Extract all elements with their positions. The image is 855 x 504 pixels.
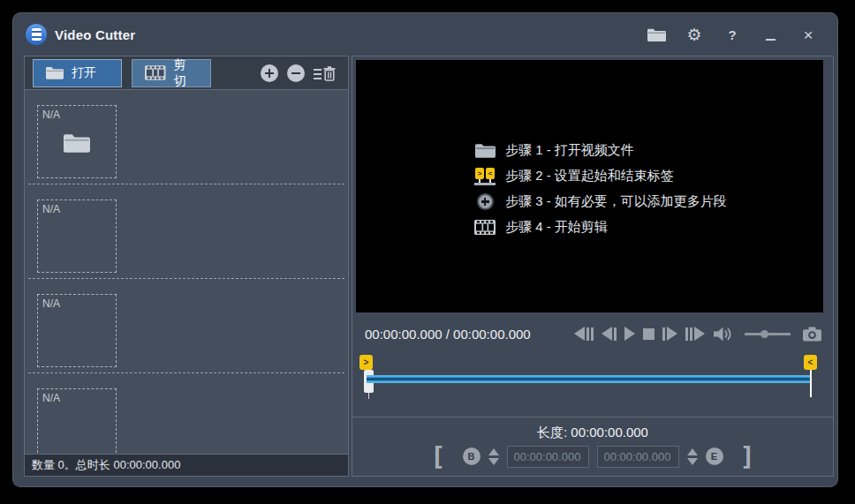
- clip-list-panel: 打开 剪切: [24, 56, 349, 477]
- length-label: 长度: 00:00:00.000: [352, 425, 833, 441]
- list-item[interactable]: N/A: [28, 279, 344, 373]
- segment-thumbnail[interactable]: N/A: [37, 388, 117, 454]
- step-row: > < 步骤 2 - 设置起始和结束标签: [474, 167, 727, 185]
- cut-tab-label: 剪切: [174, 57, 198, 89]
- segment-thumbnail[interactable]: N/A: [37, 105, 117, 178]
- set-begin-button[interactable]: B: [463, 448, 480, 465]
- divider: [352, 417, 833, 417]
- open-tab-label: 打开: [72, 65, 96, 81]
- start-time-input[interactable]: [507, 446, 589, 468]
- plus-circle-icon: [477, 193, 494, 210]
- step-forward-icon: [667, 327, 677, 341]
- minimize-button[interactable]: [760, 25, 780, 44]
- remove-segment-button[interactable]: [287, 64, 305, 82]
- film-icon: [145, 65, 166, 80]
- step-text: 步骤 4 - 开始剪辑: [505, 219, 608, 236]
- add-segment-button[interactable]: [261, 64, 278, 82]
- volume-slider[interactable]: [745, 333, 791, 335]
- segment-thumbnail[interactable]: N/A: [37, 199, 117, 273]
- video-preview: 步骤 1 - 打开视频文件 > < 步骤 2 - 设置起始和结束标签: [356, 60, 823, 312]
- list-item[interactable]: N/A: [28, 184, 344, 279]
- clear-list-button[interactable]: [314, 65, 336, 81]
- segment-label: N/A: [42, 392, 60, 404]
- play-icon: [624, 327, 635, 341]
- segment-label: N/A: [42, 297, 60, 310]
- time-display: 00:00:00.000 / 00:00:00.000: [365, 327, 531, 342]
- app-window: Video Cutter ⚙ ? ×: [12, 12, 838, 487]
- prev-keyframe-button[interactable]: [574, 326, 594, 342]
- step-text: 步骤 3 - 如有必要，可以添加更多片段: [505, 193, 727, 210]
- end-bracket-icon: ]: [740, 445, 755, 468]
- step-row: 步骤 3 - 如有必要，可以添加更多片段: [474, 192, 727, 211]
- player-panel: 步骤 1 - 打开视频文件 > < 步骤 2 - 设置起始和结束标签: [352, 56, 834, 477]
- spin-up-icon[interactable]: [687, 448, 698, 455]
- playback-controls: 00:00:00.000 / 00:00:00.000: [352, 321, 823, 346]
- steps-help: 步骤 1 - 打开视频文件 > < 步骤 2 - 设置起始和结束标签: [474, 141, 727, 237]
- begin-bracket-icon: [: [430, 445, 445, 468]
- end-time-input[interactable]: [597, 446, 679, 468]
- clip-toolbar: 打开 剪切: [25, 56, 348, 90]
- trim-markers-icon: > <: [474, 168, 496, 185]
- film-icon: [474, 220, 496, 235]
- close-icon: ×: [803, 26, 813, 43]
- step-row: 步骤 4 - 开始剪辑: [474, 218, 727, 237]
- step-back-button[interactable]: [602, 326, 617, 342]
- end-flag-marker[interactable]: <: [804, 355, 817, 370]
- segment-label: N/A: [42, 109, 60, 121]
- settings-button[interactable]: ⚙: [685, 25, 704, 44]
- folder-icon: [647, 28, 666, 41]
- help-icon: ?: [728, 27, 736, 42]
- window-title: Video Cutter: [55, 27, 135, 42]
- play-button[interactable]: [624, 326, 635, 342]
- prev-keyframe-icon: [574, 327, 585, 341]
- gear-icon: ⚙: [686, 26, 701, 43]
- help-button[interactable]: ?: [723, 25, 742, 44]
- titlebar: Video Cutter ⚙ ? ×: [13, 13, 837, 56]
- segment-list: N/A N/A N/A N/A: [25, 90, 348, 454]
- end-marker-line: [810, 370, 812, 397]
- segment-thumbnail[interactable]: N/A: [37, 294, 117, 367]
- mute-button[interactable]: [713, 326, 732, 342]
- next-keyframe-button[interactable]: [685, 326, 705, 342]
- folder-icon: [64, 132, 90, 153]
- app-icon: [26, 24, 47, 45]
- volume-handle[interactable]: [760, 330, 768, 338]
- minus-icon: [291, 72, 300, 75]
- timeline-track[interactable]: [367, 375, 810, 383]
- minimize-icon: [766, 39, 776, 41]
- step-text: 步骤 2 - 设置起始和结束标签: [505, 168, 674, 184]
- stop-icon: [643, 328, 654, 340]
- list-lines-icon: [314, 69, 322, 80]
- spin-down-icon[interactable]: [488, 458, 499, 465]
- open-video-button[interactable]: 打开: [33, 59, 122, 87]
- folder-icon: [46, 66, 64, 79]
- cut-video-button[interactable]: 剪切: [132, 59, 211, 87]
- spin-down-icon[interactable]: [687, 458, 698, 465]
- start-flag-marker[interactable]: >: [359, 355, 373, 370]
- step-text: 步骤 1 - 打开视频文件: [505, 142, 634, 159]
- close-button[interactable]: ×: [798, 25, 818, 44]
- folder-icon: [475, 143, 496, 158]
- start-time-stepper[interactable]: [488, 448, 499, 465]
- end-time-stepper[interactable]: [687, 448, 698, 465]
- spin-up-icon[interactable]: [488, 448, 499, 455]
- snapshot-button[interactable]: [803, 326, 821, 342]
- set-end-button[interactable]: E: [706, 448, 723, 465]
- film-glyph-icon: [32, 28, 42, 41]
- list-item[interactable]: N/A: [28, 373, 344, 454]
- trash-icon: [323, 66, 336, 81]
- stop-button[interactable]: [643, 326, 654, 342]
- status-bar: 数量 0。总时长 00:00:00.000: [25, 454, 348, 476]
- open-file-button[interactable]: [647, 25, 666, 44]
- next-keyframe-icon: [694, 327, 705, 341]
- speaker-icon: [713, 326, 732, 342]
- step-back-icon: [602, 327, 612, 341]
- camera-icon: [803, 327, 821, 342]
- step-forward-button[interactable]: [662, 326, 677, 342]
- step-row: 步骤 1 - 打开视频文件: [474, 141, 727, 160]
- segment-label: N/A: [42, 203, 60, 215]
- trim-controls: [ B E ]: [352, 443, 833, 470]
- list-item[interactable]: N/A: [28, 90, 344, 184]
